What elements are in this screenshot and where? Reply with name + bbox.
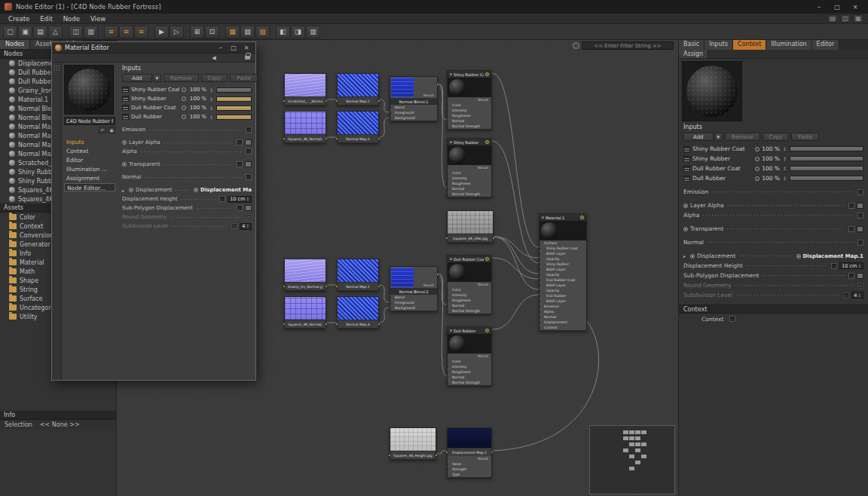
port[interactable]: [448, 109, 448, 112]
value-field[interactable]: 4↕: [240, 223, 252, 230]
port[interactable]: [390, 307, 391, 310]
port[interactable]: [448, 289, 448, 292]
remove-button[interactable]: Remove: [725, 133, 760, 141]
node-scratched-normal-jpg[interactable]: Scratched_..._Normal.jpg: [284, 73, 326, 106]
node-input-normal[interactable]: Normal: [448, 303, 491, 308]
add-button[interactable]: Add: [683, 133, 714, 141]
tab-editor[interactable]: Editor: [812, 40, 840, 50]
checkbox[interactable]: ✓: [857, 283, 863, 289]
node-input-blend[interactable]: Blend: [390, 295, 437, 300]
node-squares-4k-isre-jpg[interactable]: Squares_4K_IsRe.jpg: [447, 210, 494, 243]
port[interactable]: [448, 182, 448, 185]
checkbox[interactable]: [219, 196, 225, 202]
checkbox[interactable]: ✓: [246, 214, 252, 220]
node-dull-rubber[interactable]: Dull RubberResultColorIntensityRoughness…: [447, 326, 492, 386]
node-input-background[interactable]: Background: [390, 115, 437, 121]
node-input-emission[interactable]: Emission: [539, 304, 586, 309]
play-icon[interactable]: ▶: [154, 26, 169, 38]
port[interactable]: [539, 279, 540, 282]
output-port[interactable]: [485, 329, 489, 332]
node-normal-blend-2[interactable]: ResultNormal Blend.2BlendForegroundBackg…: [390, 266, 438, 311]
arrange-icon[interactable]: ▤: [33, 26, 47, 38]
me-nav-editor[interactable]: Editor: [64, 156, 115, 164]
value-field[interactable]: 10 cm↕: [228, 196, 252, 203]
port[interactable]: [448, 188, 448, 191]
node-dull-rubber-coat[interactable]: Dull Rubber CoatResultColorIntensityRoug…: [447, 255, 492, 314]
spinner-icon[interactable]: ↕: [209, 96, 214, 102]
node-input-opacity[interactable]: Opacity: [539, 288, 586, 293]
spinner-icon[interactable]: ↕: [857, 264, 861, 268]
spinner-icon[interactable]: ↕: [782, 146, 787, 152]
port[interactable]: [325, 100, 328, 103]
paste-button[interactable]: Paste: [230, 74, 258, 82]
prop-row-sub-polygon-displacement[interactable]: Sub-Polygon Displacement: [122, 204, 252, 213]
node-input-color[interactable]: Color: [448, 103, 491, 108]
port[interactable]: [390, 106, 391, 109]
tab-context[interactable]: Context: [733, 40, 766, 50]
align-center-icon[interactable]: ≡: [119, 26, 133, 38]
me-nav-node-editor[interactable]: Node Editor...: [64, 183, 115, 191]
node-input-foreground[interactable]: Foreground: [390, 110, 437, 115]
node-normal-map-1[interactable]: Normal Map.1: [337, 259, 379, 291]
paste-button[interactable]: Paste: [791, 133, 819, 141]
prop-row-emission[interactable]: Emission: [122, 125, 252, 134]
node-normal-map-3[interactable]: Normal Map.3: [337, 111, 379, 143]
port[interactable]: [448, 125, 448, 128]
spinner-icon[interactable]: ↕: [246, 224, 249, 228]
prop-row-layer-alpha[interactable]: Layer Alpha: [122, 138, 252, 147]
port[interactable]: [283, 285, 286, 288]
layer-row-dull-rubber[interactable]: Dull Rubber100 %↕: [683, 173, 863, 183]
layout-grid-icon[interactable]: ▥: [306, 26, 320, 38]
spinner-icon[interactable]: ↕: [782, 176, 787, 181]
me-nav-assignment[interactable]: Assignment: [64, 174, 115, 182]
checkbox[interactable]: [246, 148, 252, 155]
port[interactable]: [436, 273, 439, 276]
port[interactable]: [377, 285, 381, 288]
port[interactable]: [436, 83, 439, 86]
checkbox[interactable]: [843, 292, 849, 299]
port[interactable]: [283, 137, 286, 140]
port[interactable]: [448, 366, 448, 369]
node-displacement-map-1[interactable]: Displacement Map.1ResultValueStrengthTyp…: [447, 427, 492, 478]
node-input-normal-strength[interactable]: Normal Strength: [448, 380, 491, 385]
node-input-roughness[interactable]: Roughness: [448, 181, 491, 186]
port[interactable]: [539, 300, 540, 303]
port[interactable]: [335, 137, 338, 140]
layer-row-shiny-rubber[interactable]: Shiny Rubber100 %↕: [683, 154, 863, 164]
checkbox[interactable]: [848, 203, 854, 209]
prop-row-sub-polygon-displacement[interactable]: Sub-Polygon Displacement: [683, 271, 863, 280]
texture-slot[interactable]: [857, 203, 863, 209]
add-button[interactable]: Add: [122, 74, 152, 82]
port[interactable]: [335, 100, 338, 103]
node-normal-map-4[interactable]: Normal Map.4: [337, 296, 379, 329]
layout-single-icon[interactable]: ◧: [276, 26, 290, 38]
port[interactable]: [539, 258, 540, 261]
checkbox[interactable]: [246, 127, 252, 133]
history-back-button[interactable]: ↶: [99, 127, 106, 133]
port[interactable]: [539, 242, 540, 245]
port[interactable]: [539, 316, 540, 319]
node-input-type[interactable]: Type: [448, 472, 491, 477]
node-shiny-rubber[interactable]: Shiny RubberResultColorIntensityRoughnes…: [447, 138, 492, 197]
material-editor-titlebar[interactable]: Material Editor – □ ×: [52, 42, 255, 54]
node-input-roughness[interactable]: Roughness: [448, 298, 491, 303]
port[interactable]: [491, 451, 494, 454]
port[interactable]: [448, 172, 448, 175]
lock-icon[interactable]: [245, 56, 250, 60]
checkbox[interactable]: [857, 189, 863, 195]
node-input-intensity[interactable]: Intensity: [448, 364, 491, 369]
material-preview[interactable]: [682, 61, 742, 121]
checkbox[interactable]: [237, 161, 243, 167]
port[interactable]: [377, 100, 381, 103]
prop-row-alpha[interactable]: Alpha: [683, 210, 863, 220]
port[interactable]: [448, 381, 448, 384]
layer-row-dull-rubber-coat[interactable]: Dull Rubber Coat100 %↕: [683, 164, 863, 173]
marquee-select-icon[interactable]: ▢: [3, 26, 17, 38]
checkbox[interactable]: [246, 174, 252, 180]
node-input-value[interactable]: Value: [448, 461, 491, 467]
prop-row-subdivision-level[interactable]: Subdivision Level4↕: [683, 290, 863, 300]
me-minimize-button[interactable]: –: [215, 43, 227, 52]
me-material-preview[interactable]: [64, 65, 114, 115]
menu-edit[interactable]: Edit: [35, 15, 57, 23]
spinner-icon[interactable]: ↕: [209, 115, 214, 120]
